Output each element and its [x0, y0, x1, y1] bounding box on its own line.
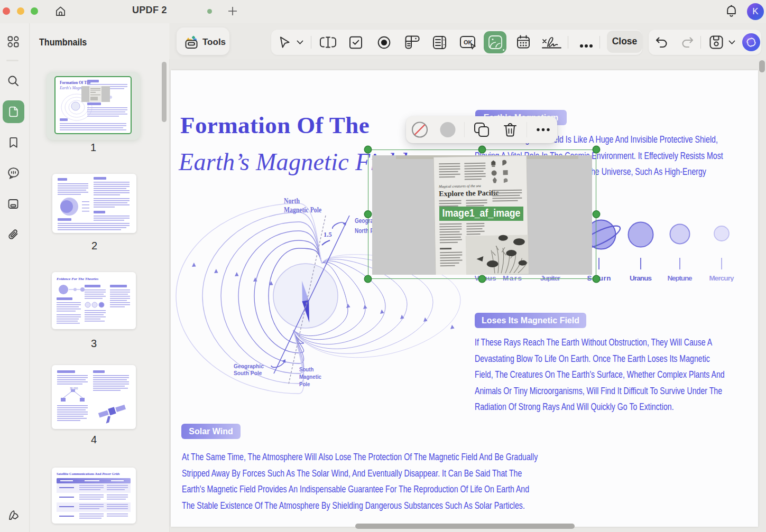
svg-text:Neptune: Neptune: [668, 274, 693, 282]
svg-text:1.5: 1.5: [324, 231, 332, 238]
svg-text:Mercury: Mercury: [709, 274, 734, 282]
svg-text:Formation Of The: Formation Of The: [60, 80, 91, 85]
svg-text:Evidence For The Theories: Evidence For The Theories: [56, 277, 98, 281]
svg-text:Satellite Communications And P: Satellite Communications And Power Grids: [57, 472, 120, 475]
